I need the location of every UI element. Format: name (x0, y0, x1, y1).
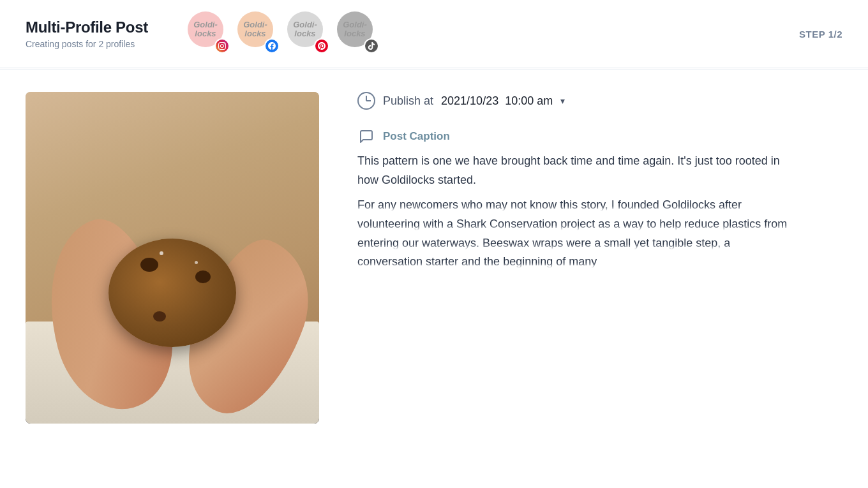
right-panel: Publish at 2021/10/23 10:00 am ▾ Post Ca… (319, 92, 842, 272)
facebook-badge (264, 38, 280, 54)
step-indicator: STEP 1/2 (799, 29, 842, 40)
profile-icon-facebook[interactable]: Goldi-locks (237, 11, 282, 56)
caption-paragraph-1: This pattern is one we have brought back… (357, 152, 791, 189)
publish-dropdown-arrow[interactable]: ▾ (560, 96, 565, 106)
profile-icon-tiktok[interactable]: Goldi-locks (337, 11, 382, 56)
cookie-scene (26, 92, 319, 424)
publish-label: Publish at (383, 94, 433, 108)
cookie-salt-2 (195, 261, 198, 264)
caption-section-title: Post Caption (383, 130, 450, 143)
profile-icon-instagram[interactable]: Goldi-locks (188, 11, 232, 56)
cookie (108, 239, 236, 347)
page-title: Multi-Profile Post (26, 18, 166, 36)
publish-datetime: 2021/10/23 10:00 am (441, 94, 553, 108)
header: Multi-Profile Post Creating posts for 2 … (0, 0, 868, 68)
caption-section: Post Caption This pattern is one we have… (357, 128, 842, 272)
main-content: Publish at 2021/10/23 10:00 am ▾ Post Ca… (0, 71, 868, 444)
cookie-chip-1 (140, 258, 158, 272)
caption-header: Post Caption (357, 128, 842, 145)
page-subtitle: Creating posts for 2 profiles (26, 39, 166, 49)
cookie-salt-1 (160, 251, 163, 255)
caption-paragraph-2: For any newcomers who may not know this … (357, 196, 791, 272)
header-title-block: Multi-Profile Post Creating posts for 2 … (26, 18, 166, 49)
pinterest-badge (314, 38, 329, 54)
cookie-chip-3 (153, 311, 166, 322)
header-divider (0, 70, 868, 70)
cookie-image (26, 92, 319, 424)
cookie-chip-2 (195, 270, 211, 283)
clock-icon (357, 92, 375, 110)
profile-icons-list: Goldi-locks Goldi-locks Goldi-locks (188, 11, 382, 56)
instagram-badge (214, 38, 230, 54)
publish-row[interactable]: Publish at 2021/10/23 10:00 am ▾ (357, 92, 842, 110)
caption-icon (357, 128, 375, 145)
profile-icon-pinterest[interactable]: Goldi-locks (287, 11, 332, 56)
post-image-panel (26, 92, 319, 424)
tiktok-badge (364, 38, 379, 54)
